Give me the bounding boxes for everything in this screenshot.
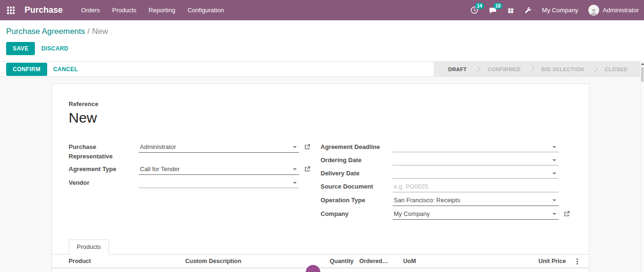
- main-menu: Orders Products Reporting Configuration: [75, 0, 230, 20]
- activities-badge: 14: [475, 3, 484, 9]
- delivery-date-label: Delivery Date: [321, 168, 393, 178]
- statusbar-chevron-icon: [475, 62, 479, 76]
- column-header-quantity[interactable]: Quantity: [321, 258, 354, 264]
- user-menu[interactable]: Administrator: [583, 0, 644, 20]
- agreement-type-external-link-icon[interactable]: [299, 164, 310, 172]
- user-avatar: [588, 5, 599, 16]
- optional-columns-icon[interactable]: [575, 256, 580, 266]
- dropdown-caret-icon: [293, 146, 297, 148]
- agreement-type-input[interactable]: Call for Tender: [139, 164, 299, 175]
- dropdown-caret-icon: [552, 159, 556, 161]
- app-name[interactable]: Purchase: [25, 0, 63, 20]
- status-closed[interactable]: CLOSED: [597, 62, 636, 76]
- notebook-tabs: Products: [52, 239, 589, 255]
- statusbar: DRAFT CONFIRMED BID SELECTION CLOSED: [434, 62, 640, 76]
- field-purchase-representative: Purchase Representative Administrator: [69, 142, 310, 161]
- status-draft[interactable]: DRAFT: [440, 62, 475, 76]
- icon-spacer: [559, 181, 570, 183]
- source-document-input[interactable]: [394, 182, 549, 191]
- vertical-scrollbar[interactable]: [640, 61, 644, 272]
- icon-spacer: [559, 142, 570, 144]
- dropdown-caret-icon: [293, 182, 297, 184]
- icon-spacer: [559, 168, 570, 170]
- breadcrumb-parent[interactable]: Purchase Agreements: [6, 27, 85, 36]
- apps-grid-icon: [7, 7, 15, 14]
- purchase-representative-external-link-icon[interactable]: [299, 142, 310, 150]
- column-header-unit-price[interactable]: Unit Price: [445, 258, 566, 264]
- field-agreement-deadline: Agreement Deadline: [321, 142, 570, 152]
- field-agreement-type: Agreement Type Call for Tender: [69, 164, 310, 175]
- vendor-icon-spacer: [299, 178, 310, 180]
- dropdown-caret-icon: [552, 199, 556, 201]
- statusbar-chevron-icon: [529, 62, 534, 76]
- column-header-product[interactable]: Product: [52, 258, 185, 264]
- column-header-custom-description[interactable]: Custom Description: [185, 258, 321, 264]
- tools-button[interactable]: [519, 0, 537, 20]
- icon-spacer: [559, 195, 570, 197]
- menu-configuration[interactable]: Configuration: [181, 0, 230, 20]
- menu-reporting[interactable]: Reporting: [142, 0, 181, 20]
- gift-button[interactable]: [502, 0, 519, 20]
- save-button[interactable]: SAVE: [6, 42, 35, 55]
- ordering-date-input[interactable]: [393, 155, 559, 165]
- user-name: Administrator: [602, 7, 639, 14]
- breadcrumb-separator: /: [87, 27, 90, 36]
- vendor-label: Vendor: [69, 178, 139, 188]
- reference-label: Reference: [69, 100, 572, 107]
- wrench-icon: [525, 7, 532, 14]
- field-operation-type: Operation Type San Francisco: Receipts: [321, 195, 570, 206]
- source-document-label: Source Document: [321, 181, 393, 191]
- apps-menu-button[interactable]: [0, 0, 22, 20]
- breadcrumb-current: New: [92, 27, 108, 36]
- vendor-input[interactable]: [139, 178, 299, 188]
- company-switcher[interactable]: My Company: [537, 0, 584, 20]
- status-bid-selection[interactable]: BID SELECTION: [534, 62, 592, 76]
- dropdown-caret-icon: [552, 213, 556, 215]
- purchase-representative-input[interactable]: Administrator: [139, 142, 299, 153]
- agreement-type-label: Agreement Type: [69, 164, 139, 174]
- tab-products[interactable]: Products: [69, 239, 109, 255]
- discard-button[interactable]: DISCARD: [35, 42, 74, 55]
- statusbar-chevron-icon: [592, 62, 597, 76]
- field-source-document: Source Document: [321, 181, 570, 192]
- agreement-deadline-input[interactable]: [393, 142, 559, 152]
- agreement-deadline-label: Agreement Deadline: [321, 142, 393, 152]
- company-label: Company: [321, 209, 393, 219]
- reference-value[interactable]: New: [69, 110, 572, 126]
- field-ordering-date: Ordering Date: [321, 155, 570, 165]
- form-view: Reference New Purchase Representative Ad…: [0, 77, 640, 272]
- top-navbar: Purchase Orders Products Reporting Confi…: [0, 0, 644, 20]
- status-confirmed[interactable]: CONFIRMED: [479, 62, 528, 76]
- source-document-input-wrap: [393, 181, 559, 192]
- company-external-link-icon[interactable]: [559, 209, 570, 217]
- field-delivery-date: Delivery Date: [321, 168, 570, 179]
- dropdown-caret-icon: [293, 168, 297, 170]
- company-input[interactable]: My Company: [393, 209, 559, 220]
- dropdown-caret-icon: [552, 146, 556, 148]
- menu-orders[interactable]: Orders: [75, 0, 106, 20]
- delivery-date-input[interactable]: [393, 168, 559, 179]
- form-sheet: Reference New Purchase Representative Ad…: [51, 83, 589, 272]
- menu-products[interactable]: Products: [106, 0, 142, 20]
- icon-spacer: [559, 155, 570, 157]
- column-header-uom[interactable]: UoM: [389, 258, 445, 264]
- dropdown-caret-icon: [552, 173, 556, 174]
- field-vendor: Vendor: [69, 178, 310, 188]
- scrollbar-thumb[interactable]: [641, 67, 644, 82]
- field-company: Company My Company: [321, 209, 570, 220]
- gift-icon: [507, 7, 514, 14]
- products-table-header: Product Custom Description Quantity Orde…: [52, 255, 589, 268]
- ordering-date-label: Ordering Date: [321, 155, 393, 165]
- activities-button[interactable]: 14: [465, 0, 484, 20]
- confirm-button[interactable]: CONFIRM: [6, 63, 47, 76]
- scrollbar-up-arrow-icon[interactable]: [641, 63, 644, 65]
- messages-badge: 18: [493, 3, 502, 9]
- operation-type-input[interactable]: San Francisco: Receipts: [393, 195, 559, 206]
- operation-type-label: Operation Type: [321, 195, 393, 205]
- form-actions: SAVE DISCARD: [0, 37, 644, 61]
- column-header-ordered-quantity[interactable]: Ordered Qua...: [354, 258, 389, 264]
- control-panel: CONFIRM CANCEL DRAFT CONFIRMED BID SELEC…: [0, 61, 640, 77]
- cancel-button[interactable]: CANCEL: [47, 63, 84, 76]
- messages-button[interactable]: 18: [484, 0, 502, 20]
- breadcrumb: Purchase Agreements/New: [0, 20, 644, 37]
